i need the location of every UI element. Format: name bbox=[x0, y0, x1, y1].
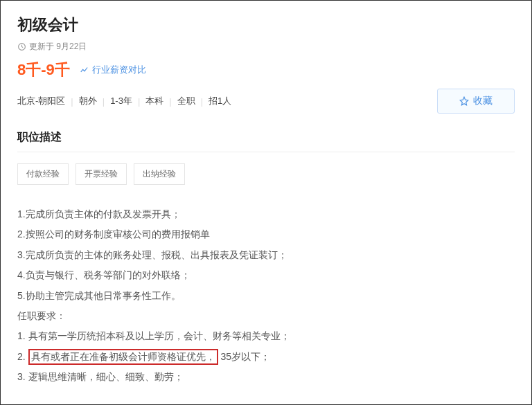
clock-icon bbox=[17, 42, 26, 51]
salary-row: 8千-9千 行业薪资对比 bbox=[17, 60, 515, 80]
job-title: 初级会计 bbox=[17, 15, 515, 35]
meta-area: 朝外 bbox=[79, 95, 97, 107]
star-icon bbox=[459, 96, 469, 106]
meta-experience: 1-3年 bbox=[110, 95, 132, 107]
separator: | bbox=[103, 96, 105, 107]
updated-text: 更新于 9月22日 bbox=[29, 41, 87, 53]
req-item: 3. 逻辑思维清晰，细心、细致、勤劳； bbox=[17, 367, 515, 387]
skill-tags: 付款经验 开票经验 出纳经验 bbox=[17, 163, 515, 185]
favorite-button[interactable]: 收藏 bbox=[437, 89, 515, 114]
chart-icon bbox=[80, 65, 89, 75]
separator: | bbox=[201, 96, 203, 107]
desc-item: 3.完成所负责的主体的账务处理、报税、出具报表及凭证装订； bbox=[17, 245, 515, 265]
req-title: 任职要求： bbox=[17, 306, 515, 326]
desc-item: 1.完成所负责主体的付款及发票开具； bbox=[17, 204, 515, 224]
meta-tags: 北京-朝阳区 | 朝外 | 1-3年 | 本科 | 全职 | 招1人 bbox=[17, 95, 231, 107]
salary-compare-link[interactable]: 行业薪资对比 bbox=[80, 64, 146, 76]
favorite-label: 收藏 bbox=[473, 95, 493, 107]
highlight-box: 具有或者正在准备初级会计师资格证优先， bbox=[28, 349, 218, 366]
req-item-highlighted: 2. 具有或者正在准备初级会计师资格证优先，35岁以下； bbox=[17, 347, 515, 367]
description-list: 1.完成所负责主体的付款及发票开具； 2.按照公司的财务制度审核公司的费用报销单… bbox=[17, 204, 515, 388]
desc-item: 4.负责与银行、税务等部门的对外联络； bbox=[17, 265, 515, 285]
separator: | bbox=[138, 96, 140, 107]
desc-item: 2.按照公司的财务制度审核公司的费用报销单 bbox=[17, 224, 515, 244]
separator: | bbox=[71, 96, 73, 107]
separator: | bbox=[169, 96, 171, 107]
req-item: 1. 具有第一学历统招本科及以上学历，会计、财务等相关专业； bbox=[17, 326, 515, 346]
desc-item: 5.协助主管完成其他日常事务性工作。 bbox=[17, 286, 515, 306]
section-title: 职位描述 bbox=[17, 130, 515, 152]
salary-compare-text: 行业薪资对比 bbox=[92, 64, 146, 76]
skill-tag: 付款经验 bbox=[17, 163, 69, 185]
meta-location: 北京-朝阳区 bbox=[17, 95, 65, 107]
skill-tag: 出纳经验 bbox=[134, 163, 185, 185]
req-prefix: 2. bbox=[17, 351, 28, 362]
updated-row: 更新于 9月22日 bbox=[17, 41, 515, 53]
meta-education: 本科 bbox=[145, 95, 163, 107]
req-suffix: 35岁以下； bbox=[221, 351, 271, 362]
skill-tag: 开票经验 bbox=[76, 163, 127, 185]
salary-value: 8千-9千 bbox=[17, 60, 70, 80]
meta-headcount: 招1人 bbox=[209, 95, 231, 107]
meta-type: 全职 bbox=[177, 95, 195, 107]
